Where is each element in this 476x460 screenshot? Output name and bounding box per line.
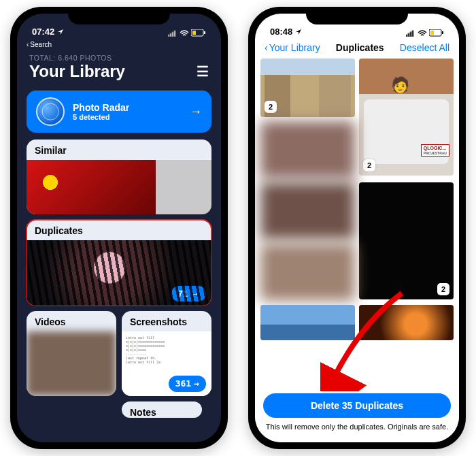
qlogic-label: QLOGIC... PROJESTRAU [421,144,449,157]
arrow-right-icon: → [190,105,202,119]
card-duplicates-thumb: 71 → [27,240,211,306]
similar-count: 3428 [168,197,188,208]
svg-rect-7 [406,35,407,37]
card-duplicates-label: Duplicates [27,220,211,240]
phone-left: 07:42 ‹ Search TOTAL: 6.640 PHOTOS Your … [10,7,228,449]
notch [68,7,170,24]
status-time: 07:42 [32,27,54,37]
card-duplicates[interactable]: Duplicates 71 → [27,220,211,306]
card-similar-thumb: 3428 → [27,160,211,214]
location-icon [57,29,64,35]
svg-rect-9 [410,32,411,37]
svg-rect-2 [172,32,173,37]
screen-library: 07:42 ‹ Search TOTAL: 6.640 PHOTOS Your … [17,14,221,442]
notch [306,7,408,24]
dup-count-badge: 2 [363,159,375,171]
dup-thumb-1[interactable]: 2 [260,59,355,117]
delete-duplicates-button[interactable]: Delete 35 Duplicates [263,393,451,418]
status-indicators [168,29,206,37]
svg-rect-0 [168,35,169,37]
phone-right: 08:48 ‹ Your Library Duplicates Deselect… [248,7,466,449]
screenshots-count: 361 [175,378,191,389]
dup-thumb-5[interactable]: 2 [359,182,454,299]
dup-count-badge: 2 [437,283,449,295]
location-icon [295,29,302,35]
card-screenshots[interactable]: Screenshots intro out fill=|=|=|========… [122,311,211,396]
radar-icon [36,97,65,126]
nav-title: Duplicates [336,42,384,53]
arrow-right-icon: → [190,197,199,208]
screenshots-count-badge: 361 → [169,376,206,392]
duplicates-count: 71 [178,289,188,299]
battery-icon [191,29,206,37]
delete-note: This will remove only the duplicates. Or… [263,422,451,431]
total-photos: TOTAL: 6.640 PHOTOS [17,51,221,62]
card-screenshots-thumb: intro out fill=|=|=|==============|=|=|=… [122,331,211,396]
wifi-icon [418,30,427,37]
nav-bar: ‹ Your Library Duplicates Deselect All [255,38,459,57]
card-screenshots-label: Screenshots [122,311,211,331]
signal-icon [406,30,415,37]
dup-thumb-2[interactable]: QLOGIC... PROJESTRAU 2 [359,59,454,176]
svg-rect-12 [442,31,443,34]
svg-rect-5 [204,31,205,34]
chevron-left-icon: ‹ [265,42,268,53]
card-similar[interactable]: Similar 3428 → [27,139,211,214]
dup-thumb-3[interactable] [260,121,355,178]
duplicate-grid: 2 QLOGIC... PROJESTRAU 2 2 [255,57,459,342]
arrow-right-icon: → [194,378,199,389]
svg-rect-10 [412,31,413,37]
back-to-search[interactable]: ‹ Search [17,38,221,51]
arrow-right-icon: → [190,289,199,299]
dup-thumb-7[interactable] [260,305,355,340]
status-time: 08:48 [270,27,292,37]
screen-duplicates: 08:48 ‹ Your Library Duplicates Deselect… [255,14,459,442]
dup-count-badge: 2 [265,101,277,113]
card-videos-thumb [27,331,116,396]
signal-icon [168,30,177,37]
svg-rect-6 [192,31,196,35]
deselect-all-button[interactable]: Deselect All [400,42,449,53]
wifi-icon [180,30,189,37]
radar-title: Photo Radar [73,102,182,113]
card-similar-label: Similar [27,139,211,160]
page-title: Your Library [29,62,125,81]
svg-rect-3 [174,31,175,37]
similar-count-badge: 3428 → [161,195,206,210]
nav-back-button[interactable]: ‹ Your Library [265,42,320,53]
battery-icon [429,29,444,37]
card-notes[interactable]: Notes [122,401,202,418]
radar-subtitle: 5 detected [73,113,182,121]
menu-button[interactable]: ☰ [197,63,209,80]
svg-rect-8 [408,33,409,37]
dup-thumb-4[interactable] [260,182,355,240]
card-videos[interactable]: Videos [27,311,116,396]
svg-rect-13 [430,31,434,35]
card-notes-label: Notes [122,401,202,418]
status-indicators [406,29,444,37]
chevron-left-icon: ‹ [27,41,29,48]
dup-thumb-8[interactable] [359,305,454,340]
nav-back-label: Your Library [269,42,320,53]
card-videos-label: Videos [27,311,116,331]
svg-rect-1 [170,33,171,37]
dup-thumb-6[interactable] [260,244,355,301]
photo-radar-card[interactable]: Photo Radar 5 detected → [27,91,211,133]
bottom-panel: Delete 35 Duplicates This will remove on… [255,389,459,442]
back-label: Search [30,41,52,48]
duplicates-count-badge: 71 → [171,286,206,301]
